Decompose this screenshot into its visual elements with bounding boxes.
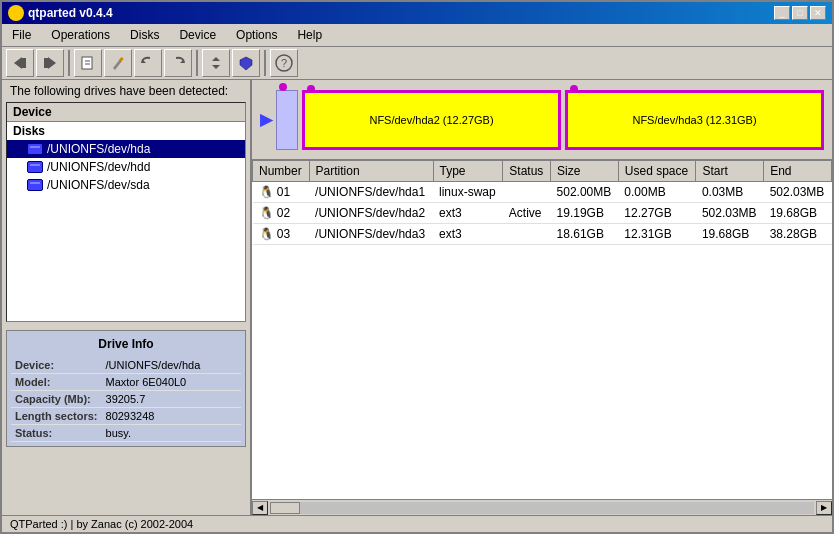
svg-rect-1 (22, 58, 26, 68)
undo-button[interactable] (134, 49, 162, 77)
svg-marker-11 (212, 65, 220, 69)
drive-info-label-capacity: Capacity (Mb): (11, 391, 102, 408)
table-row[interactable]: 🐧 03 /UNIONFS/dev/hda3 ext3 18.61GB 12.3… (253, 224, 832, 245)
partition-table: Number Partition Type Status Size Used s… (252, 160, 832, 245)
drive-info-row-model: Model: Maxtor 6E040L0 (11, 374, 241, 391)
row2-start: 502.03MB (696, 203, 764, 224)
drive-info-label-model: Model: (11, 374, 102, 391)
disk-icon-hda (27, 143, 43, 155)
col-size: Size (551, 161, 619, 182)
col-used-space: Used space (618, 161, 696, 182)
visual-block-hda1[interactable] (276, 90, 298, 150)
drive-info-label-length: Length sectors: (11, 408, 102, 425)
close-button[interactable]: ✕ (810, 6, 826, 20)
minimize-button[interactable]: _ (774, 6, 790, 20)
linux-icon-3: 🐧 (259, 227, 274, 241)
svg-marker-0 (14, 57, 22, 69)
visual-pin-hda2 (307, 85, 315, 93)
menu-bar: File Operations Disks Device Options Hel… (2, 24, 832, 47)
menu-device[interactable]: Device (173, 26, 222, 44)
title-bar: qtparted v0.4.4 _ □ ✕ (2, 2, 832, 24)
device-item-sda[interactable]: /UNIONFS/dev/sda (7, 176, 245, 194)
window-controls: _ □ ✕ (774, 6, 826, 20)
visual-pin-hda1 (279, 83, 287, 91)
scrollbar-thumb[interactable] (270, 502, 300, 514)
right-panel: ▶ NFS/dev/hda2 (12.27GB) NFS/dev/hda3 (1… (252, 80, 832, 515)
horizontal-scrollbar[interactable]: ◀ ▶ (252, 499, 832, 515)
row2-used: 12.27GB (618, 203, 696, 224)
toolbar-separator-1 (68, 50, 70, 76)
forward-button[interactable] (36, 49, 64, 77)
row3-start: 19.68GB (696, 224, 764, 245)
device-list-header: Device (7, 103, 245, 122)
scroll-right-button[interactable]: ▶ (816, 501, 832, 515)
drive-info-row-device: Device: /UNIONFS/dev/hda (11, 357, 241, 374)
menu-disks[interactable]: Disks (124, 26, 165, 44)
row1-start: 0.03MB (696, 182, 764, 203)
shield-button[interactable] (232, 49, 260, 77)
col-start: Start (696, 161, 764, 182)
toolbar-separator-3 (264, 50, 266, 76)
col-number: Number (253, 161, 310, 182)
drive-info-value-model: Maxtor 6E040L0 (102, 374, 241, 391)
visual-arrow-left: ▶ (260, 110, 272, 129)
scroll-left-button[interactable]: ◀ (252, 501, 268, 515)
drive-info-value-length: 80293248 (102, 408, 241, 425)
menu-options[interactable]: Options (230, 26, 283, 44)
status-text: QTParted :) | by Zanac (c) 2002-2004 (10, 518, 193, 530)
table-row[interactable]: 🐧 02 /UNIONFS/dev/hda2 ext3 Active 19.19… (253, 203, 832, 224)
device-item-hdd[interactable]: /UNIONFS/dev/hdd (7, 158, 245, 176)
maximize-button[interactable]: □ (792, 6, 808, 20)
row1-status (503, 182, 551, 203)
linux-icon-1: 🐧 (259, 185, 274, 199)
svg-rect-3 (44, 58, 48, 68)
table-row[interactable]: 🐧 01 /UNIONFS/dev/hda1 linux-swap 502.00… (253, 182, 832, 203)
main-content: The following drives have been detected:… (2, 80, 832, 515)
row1-end: 502.03MB (764, 182, 832, 203)
left-panel: The following drives have been detected:… (2, 80, 252, 515)
menu-file[interactable]: File (6, 26, 37, 44)
help-button[interactable]: ? (270, 49, 298, 77)
menu-operations[interactable]: Operations (45, 26, 116, 44)
row1-number: 🐧 01 (253, 182, 310, 203)
disk-group-label: Disks (7, 122, 245, 140)
row3-end: 38.28GB (764, 224, 832, 245)
back-button[interactable] (6, 49, 34, 77)
row2-partition: /UNIONFS/dev/hda2 (309, 203, 433, 224)
toolbar-separator-2 (196, 50, 198, 76)
col-partition: Partition (309, 161, 433, 182)
drives-header: The following drives have been detected: (2, 80, 250, 102)
row3-partition: /UNIONFS/dev/hda3 (309, 224, 433, 245)
drive-info-label-status: Status: (11, 425, 102, 442)
svg-marker-10 (212, 57, 220, 61)
col-end: End (764, 161, 832, 182)
drive-info-table: Device: /UNIONFS/dev/hda Model: Maxtor 6… (11, 357, 241, 442)
redo-button[interactable] (164, 49, 192, 77)
row2-status: Active (503, 203, 551, 224)
row2-number: 🐧 02 (253, 203, 310, 224)
visual-block-hda2[interactable]: NFS/dev/hda2 (12.27GB) (302, 90, 561, 150)
row1-size: 502.00MB (551, 182, 619, 203)
drive-info-value-device: /UNIONFS/dev/hda (102, 357, 241, 374)
partition-table-container: Number Partition Type Status Size Used s… (252, 160, 832, 499)
svg-marker-2 (48, 57, 56, 69)
table-header-row: Number Partition Type Status Size Used s… (253, 161, 832, 182)
visual-block-hda3[interactable]: NFS/dev/hda3 (12.31GB) (565, 90, 824, 150)
row1-partition: /UNIONFS/dev/hda1 (309, 182, 433, 203)
menu-help[interactable]: Help (291, 26, 328, 44)
device-item-hda[interactable]: /UNIONFS/dev/hda (7, 140, 245, 158)
move-button[interactable] (202, 49, 230, 77)
svg-text:?: ? (281, 57, 287, 69)
toolbar: ? (2, 47, 832, 80)
row2-size: 19.19GB (551, 203, 619, 224)
new-button[interactable] (74, 49, 102, 77)
row1-used: 0.00MB (618, 182, 696, 203)
row2-end: 19.68GB (764, 203, 832, 224)
col-status: Status (503, 161, 551, 182)
partition-visual: ▶ NFS/dev/hda2 (12.27GB) NFS/dev/hda3 (1… (252, 80, 832, 160)
row2-type: ext3 (433, 203, 503, 224)
window-title: qtparted v0.4.4 (28, 6, 113, 20)
edit-button[interactable] (104, 49, 132, 77)
row1-type: linux-swap (433, 182, 503, 203)
device-item-hdd-label: /UNIONFS/dev/hdd (47, 160, 150, 174)
